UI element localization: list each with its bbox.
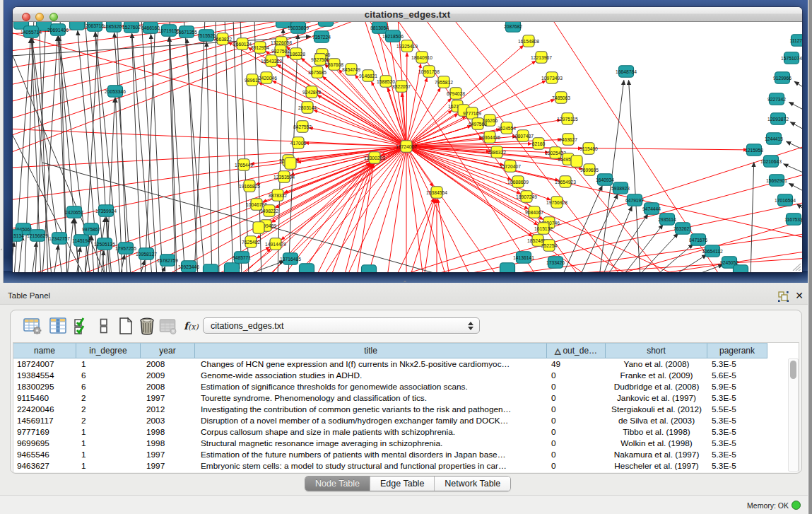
table-cell[interactable]: de Silva et al. (2003): [606, 415, 707, 426]
table-cell[interactable]: 19384554: [13, 370, 76, 381]
table-cell[interactable]: 1998: [141, 426, 195, 438]
table-cell[interactable]: Disruption of a novel member of a sodium…: [195, 415, 547, 426]
table-body[interactable]: 1872400712008Changes of HCN gene express…: [13, 358, 799, 472]
column-header-out_de[interactable]: △out_de…: [547, 343, 606, 358]
graph-edge[interactable]: [787, 141, 802, 154]
table-cell[interactable]: 2: [76, 404, 141, 415]
scrollbar-thumb[interactable]: [790, 361, 796, 379]
table-cell[interactable]: 5.3E-5: [707, 415, 767, 426]
table-cell[interactable]: Jankovic et al. (1997): [606, 392, 707, 404]
select-columns-icon[interactable]: [73, 317, 91, 335]
table-cell[interactable]: Stergiakouli et al. (2012): [606, 404, 707, 415]
table-cell[interactable]: 1: [76, 460, 141, 472]
table-cell[interactable]: 5.3E-5: [707, 460, 767, 472]
table-cell[interactable]: 2008: [141, 381, 195, 392]
table-cell[interactable]: 2: [76, 415, 141, 426]
graph-node[interactable]: [70, 22, 85, 30]
graph-edge[interactable]: [406, 52, 407, 146]
table-vertical-scrollbar[interactable]: [788, 358, 799, 472]
table-cell[interactable]: 6: [76, 370, 141, 381]
table-cell[interactable]: 5.3E-5: [707, 449, 767, 460]
graph-node[interactable]: [319, 22, 334, 26]
table-cell[interactable]: 2009: [141, 370, 195, 381]
table-cell[interactable]: Wolkin et al. (1998): [606, 438, 707, 449]
table-cell[interactable]: 2003: [141, 415, 195, 426]
float-panel-icon[interactable]: [777, 291, 789, 303]
table-cell[interactable]: Investigating the contribution of common…: [195, 404, 547, 415]
table-cell[interactable]: 0: [547, 415, 606, 426]
table-cell[interactable]: Genome-wide association studies in ADHD.: [195, 370, 547, 381]
table-cell[interactable]: 0: [547, 438, 606, 449]
table-cell[interactable]: 1: [76, 449, 141, 460]
table-cell[interactable]: 1: [76, 358, 141, 370]
graph-node[interactable]: [362, 265, 377, 272]
table-cell[interactable]: 0: [547, 449, 606, 460]
table-cell[interactable]: 5.9E-5: [707, 381, 767, 392]
column-header-title[interactable]: title: [195, 343, 547, 358]
column-header-short[interactable]: short: [606, 343, 707, 358]
graph-edge[interactable]: [784, 164, 802, 177]
table-cell[interactable]: Hescheler et al. (1997): [606, 460, 707, 472]
graph-edge[interactable]: [170, 22, 177, 272]
window-titlebar[interactable]: citations_edges.txt: [13, 7, 802, 22]
graph-edge[interactable]: [406, 146, 802, 247]
network-canvas[interactable]: 1405571420691406206371810853267152760264…: [13, 22, 802, 272]
network-graph[interactable]: 1405571420691406206371810853267152760264…: [13, 22, 802, 272]
graph-node[interactable]: [285, 158, 296, 170]
table-row[interactable]: 946362711997Embryonic stem cells: a mode…: [13, 460, 799, 472]
graph-node[interactable]: [300, 264, 314, 272]
table-cell[interactable]: 2: [76, 392, 141, 404]
table-row[interactable]: 969969511998Structural magnetic resonanc…: [13, 438, 799, 449]
new-file-icon[interactable]: [117, 317, 135, 335]
graph-edge[interactable]: [789, 183, 802, 196]
table-cell[interactable]: 5.6E-5: [707, 370, 767, 381]
graph-edge[interactable]: [145, 22, 155, 272]
tab-network-table[interactable]: Network Table: [435, 477, 510, 491]
table-settings-icon[interactable]: [23, 317, 42, 335]
table-cell[interactable]: 1997: [141, 392, 195, 404]
table-row[interactable]: 1830029562008Estimation of significance …: [13, 381, 799, 392]
table-cell[interactable]: 1: [76, 438, 141, 449]
graph-node[interactable]: [734, 265, 748, 272]
column-header-year[interactable]: year: [141, 343, 195, 358]
table-cell[interactable]: 49: [547, 358, 606, 370]
table-cell[interactable]: Estimation of significance thresholds fo…: [195, 381, 547, 392]
graph-edge[interactable]: [67, 218, 73, 272]
table-cell[interactable]: 5.5E-5: [707, 404, 767, 415]
table-cell[interactable]: Dudbridge et al. (2008): [606, 381, 707, 392]
table-cell[interactable]: 1997: [141, 449, 195, 460]
table-cell[interactable]: Changes of HCN gene expression and I(f) …: [195, 358, 547, 370]
table-cell[interactable]: Franke et al. (2009): [606, 370, 707, 381]
window-resize-grip[interactable]: [792, 262, 801, 271]
table-cell[interactable]: Tourette syndrome. Phenomenology and cla…: [195, 392, 547, 404]
graph-edge[interactable]: [437, 199, 449, 272]
close-panel-icon[interactable]: ✕: [794, 290, 805, 301]
table-row[interactable]: 911546021997Tourette syndrome. Phenomeno…: [13, 392, 799, 404]
graph-edge[interactable]: [562, 186, 602, 272]
graph-node[interactable]: [225, 263, 240, 272]
table-cell[interactable]: 9699695: [13, 438, 76, 449]
graph-edge[interactable]: [141, 22, 157, 272]
graph-edge[interactable]: [13, 242, 14, 272]
network-table-select[interactable]: citations_edges.txt: [203, 317, 480, 334]
table-cell[interactable]: 5.3E-5: [707, 392, 767, 404]
table-cell[interactable]: 5.3E-5: [707, 438, 767, 449]
delete-icon[interactable]: [138, 317, 156, 335]
table-row[interactable]: 2242004622012Investigating the contribut…: [13, 404, 799, 415]
graph-edge[interactable]: [344, 164, 373, 272]
table-row[interactable]: 1938455462009Genome-wide association stu…: [13, 370, 799, 381]
graph-node[interactable]: [204, 264, 218, 272]
table-cell[interactable]: Estimation of the future numbers of pati…: [195, 449, 547, 460]
node-table[interactable]: namein_degreeyeartitle△out_de…shortpager…: [13, 342, 799, 472]
graph-edge[interactable]: [789, 102, 802, 115]
table-cell[interactable]: 2008: [141, 358, 195, 370]
graph-node[interactable]: [571, 156, 582, 168]
table-row[interactable]: 977716911998Corpus callosum shape and si…: [13, 426, 799, 438]
table-cell[interactable]: 9115460: [13, 392, 76, 404]
graph-edge[interactable]: [169, 37, 175, 272]
table-cell[interactable]: 0: [547, 426, 606, 438]
graph-edge[interactable]: [410, 199, 435, 272]
splitter-handle-icon[interactable]: ⌃: [402, 281, 409, 286]
column-header-name[interactable]: name: [13, 343, 76, 358]
column-header-in_degree[interactable]: in_degree: [76, 343, 141, 358]
